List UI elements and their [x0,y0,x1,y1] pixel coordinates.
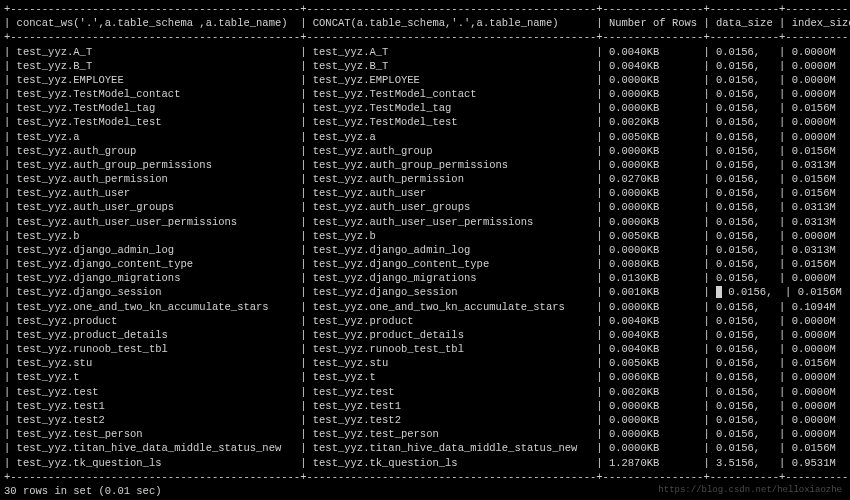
table-row: | test_yyz.test1 | test_yyz.test1 | 0.00… [4,399,846,413]
table-row: | test_yyz.test | test_yyz.test | 0.0020… [4,385,846,399]
header-row: | concat_ws('.',a.table_schema ,a.table_… [4,16,846,30]
table-row: | test_yyz.TestModel_tag | test_yyz.Test… [4,101,846,115]
table-row: | test_yyz.t | test_yyz.t | 0.0060KB | 0… [4,370,846,384]
text-cursor [716,286,722,298]
table-row: | test_yyz.product | test_yyz.product | … [4,314,846,328]
table-row: | test_yyz.django_migrations | test_yyz.… [4,271,846,285]
table-row: | test_yyz.auth_permission | test_yyz.au… [4,172,846,186]
table-row: | test_yyz.test2 | test_yyz.test2 | 0.00… [4,413,846,427]
table-row: | test_yyz.test_person | test_yyz.test_p… [4,427,846,441]
table-row: | test_yyz.EMPLOYEE | test_yyz.EMPLOYEE … [4,73,846,87]
table-row: | test_yyz.django_session | test_yyz.dja… [4,285,846,299]
table-row: | test_yyz.a | test_yyz.a | 0.0050KB | 0… [4,130,846,144]
table-row: | test_yyz.one_and_two_kn_accumulate_sta… [4,300,846,314]
table-row: | test_yyz.auth_user_user_permissions | … [4,215,846,229]
table-row: | test_yyz.auth_group | test_yyz.auth_gr… [4,144,846,158]
terminal-output: +---------------------------------------… [4,2,846,498]
border-top: +---------------------------------------… [4,2,846,16]
table-row: | test_yyz.TestModel_contact | test_yyz.… [4,87,846,101]
table-row: | test_yyz.auth_user_groups | test_yyz.a… [4,200,846,214]
border-mid: +---------------------------------------… [4,30,846,44]
border-bottom: +---------------------------------------… [4,470,846,484]
table-row: | test_yyz.django_admin_log | test_yyz.d… [4,243,846,257]
table-row: | test_yyz.TestModel_test | test_yyz.Tes… [4,115,846,129]
table-row: | test_yyz.auth_user | test_yyz.auth_use… [4,186,846,200]
table-row: | test_yyz.django_content_type | test_yy… [4,257,846,271]
table-row: | test_yyz.titan_hive_data_middle_status… [4,441,846,455]
table-row: | test_yyz.stu | test_yyz.stu | 0.0050KB… [4,356,846,370]
table-row: | test_yyz.B_T | test_yyz.B_T | 0.0040KB… [4,59,846,73]
table-row: | test_yyz.auth_group_permissions | test… [4,158,846,172]
table-row: | test_yyz.A_T | test_yyz.A_T | 0.0040KB… [4,45,846,59]
table-row: | test_yyz.tk_question_ls | test_yyz.tk_… [4,456,846,470]
table-row: | test_yyz.product_details | test_yyz.pr… [4,328,846,342]
table-row: | test_yyz.runoob_test_tbl | test_yyz.ru… [4,342,846,356]
watermark: https://blog.csdn.net/helloxiaozhe [658,484,842,496]
table-row: | test_yyz.b | test_yyz.b | 0.0050KB | 0… [4,229,846,243]
